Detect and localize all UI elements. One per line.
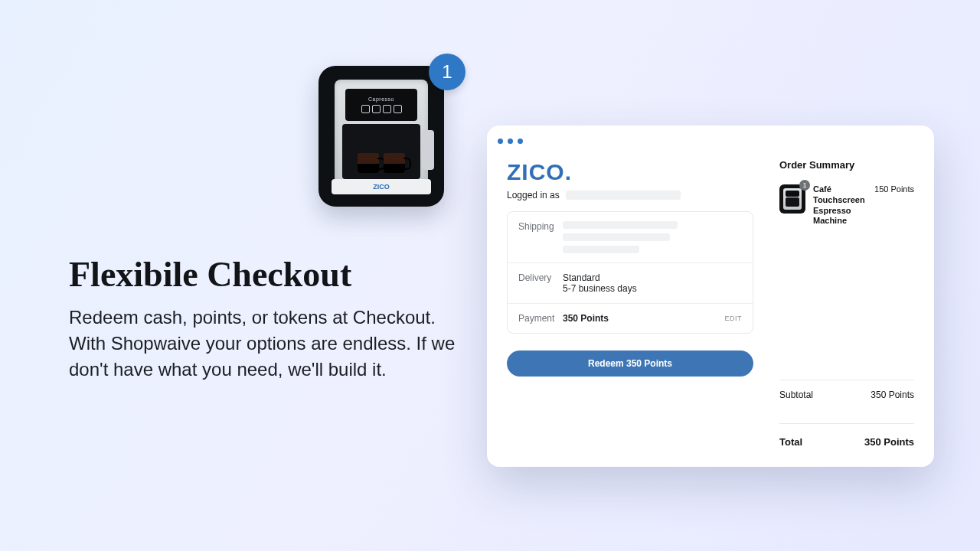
hero-headline: Flexibile Checkout bbox=[69, 254, 351, 295]
order-total-row: Total 350 Points bbox=[779, 423, 914, 448]
hero-subcopy: Redeem cash, points, or tokens at Checko… bbox=[69, 305, 459, 383]
delivery-value: Standard 5-7 business days bbox=[563, 272, 742, 294]
payment-edit-link[interactable]: EDIT bbox=[724, 315, 742, 322]
order-subtotal-row: Subtotal 350 Points bbox=[779, 380, 914, 400]
payment-label: Payment bbox=[518, 313, 563, 324]
logged-in-user-placeholder bbox=[566, 191, 681, 200]
payment-row: Payment 350 Points EDIT bbox=[508, 304, 753, 333]
order-item-price: 150 Points bbox=[874, 184, 914, 194]
shipping-label: Shipping bbox=[518, 221, 563, 232]
subtotal-label: Subtotal bbox=[779, 390, 813, 400]
delivery-label: Delivery bbox=[518, 272, 563, 283]
hero-product-tile: Capresso ZICO bbox=[318, 66, 444, 207]
order-item-thumb-wrap: 1 bbox=[779, 184, 805, 214]
total-label: Total bbox=[779, 436, 802, 448]
checkout-window: ZICO. Logged in as Shipping Delivery Sta… bbox=[487, 126, 934, 467]
product-brand-label: ZICO bbox=[332, 179, 431, 194]
order-summary-pane: Order Summary 1 Café Touchscreen Espress… bbox=[770, 144, 934, 467]
payment-value: 350 Points bbox=[563, 313, 724, 324]
hero-qty-badge: 1 bbox=[429, 54, 466, 90]
logged-in-label: Logged in as bbox=[507, 190, 560, 201]
order-summary-title: Order Summary bbox=[779, 159, 914, 171]
delivery-row: Delivery Standard 5-7 business days bbox=[508, 263, 753, 304]
store-logo: ZICO. bbox=[507, 159, 753, 185]
checkout-details-card: Shipping Delivery Standard 5-7 business … bbox=[507, 211, 753, 334]
subtotal-value: 350 Points bbox=[871, 390, 914, 400]
checkout-left-pane: ZICO. Logged in as Shipping Delivery Sta… bbox=[487, 144, 770, 467]
total-value: 350 Points bbox=[864, 436, 914, 448]
order-item-qty-badge: 1 bbox=[799, 180, 810, 191]
espresso-machine-illustration: Capresso ZICO bbox=[335, 80, 428, 193]
shipping-value bbox=[563, 221, 742, 253]
logged-in-row: Logged in as bbox=[507, 190, 753, 201]
order-item-name: Café Touchscreen Espresso Machine bbox=[813, 184, 867, 227]
redeem-button[interactable]: Redeem 350 Points bbox=[507, 350, 753, 377]
order-summary-item: 1 Café Touchscreen Espresso Machine 150 … bbox=[779, 184, 914, 227]
shipping-row: Shipping bbox=[508, 212, 753, 263]
